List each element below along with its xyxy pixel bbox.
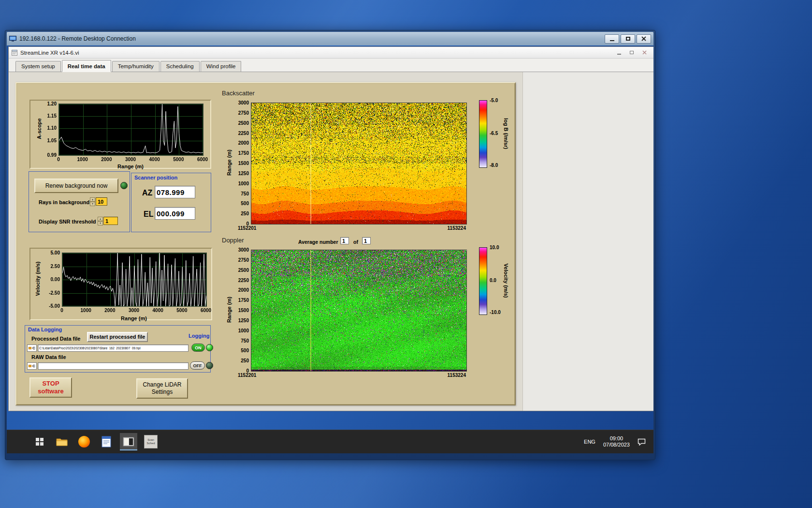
rays-in-background-label: Rays in background — [39, 199, 89, 205]
background-controls-group: Renew background now Rays in background … — [29, 171, 130, 232]
tick-label: 2750 — [229, 257, 249, 263]
file-explorer-button[interactable] — [53, 433, 71, 450]
tick-label: 2500 — [229, 268, 249, 273]
renew-background-button[interactable]: Renew background now — [34, 179, 118, 193]
tick-label: 2250 — [229, 131, 249, 136]
snr-spinner[interactable]: ▲▼ — [98, 217, 103, 225]
tick-label: 1750 — [229, 150, 249, 156]
start-button[interactable] — [31, 433, 48, 450]
labview-front-panel: A-scope Range (m) 1.201.151.101.050.9901… — [15, 82, 516, 405]
average-total-field[interactable] — [362, 237, 371, 244]
tick-label: 0 — [52, 308, 72, 313]
tab-scheduling[interactable]: Scheduling — [160, 61, 200, 72]
raw-file-path-field[interactable] — [38, 362, 188, 370]
backscatter-colorbar — [479, 100, 487, 168]
rdp-titlebar[interactable]: 192.168.0.122 - Remote Desktop Connectio… — [7, 32, 653, 45]
of-label: of — [353, 239, 358, 245]
tick-label: 1250 — [229, 171, 249, 176]
tick-label: 1.05 — [39, 138, 57, 143]
rays-spinner[interactable]: ▲▼ — [90, 197, 95, 206]
language-indicator[interactable]: ENG — [584, 439, 595, 445]
maximize-icon — [626, 37, 630, 41]
rays-in-background-field[interactable] — [96, 197, 107, 206]
text-editor-button[interactable] — [98, 433, 115, 450]
elevation-field[interactable] — [155, 207, 195, 220]
minimize-icon — [610, 40, 614, 41]
backscatter-title: Backscatter — [222, 90, 255, 97]
stop-software-button[interactable]: STOP software — [29, 377, 72, 398]
tick-label: 3000 — [121, 157, 140, 162]
app-close-button[interactable] — [638, 48, 651, 57]
change-lidar-settings-button[interactable]: Change LiDAR Settings — [136, 378, 188, 399]
tab-wind-profile[interactable]: Wind profile — [201, 61, 242, 72]
streamline-app-task-button[interactable] — [120, 433, 137, 450]
raw-data-file-label: RAW Data file — [31, 354, 66, 360]
processed-path-drive-selector[interactable]: C — [27, 344, 37, 352]
elevation-label: EL — [144, 210, 153, 219]
processed-file-path-field[interactable] — [38, 344, 188, 352]
azimuth-field[interactable] — [155, 186, 195, 198]
clock-date: 07/08/2023 — [603, 442, 630, 448]
backscatter-x-end-tick: 1153224 — [432, 225, 466, 231]
colorbar-tick: 0.0 — [490, 278, 496, 283]
folder-icon — [56, 437, 68, 447]
clock[interactable]: 09:00 07/08/2023 — [603, 435, 630, 448]
taskbar-tray: ENG 09:00 07/08/2023 — [584, 435, 653, 448]
snr-threshold-field[interactable] — [103, 217, 118, 225]
tick-label: 250 — [229, 358, 249, 363]
tick-label: 2000 — [229, 287, 249, 293]
doppler-colorbar — [479, 247, 487, 315]
colorbar-tick: -5.0 — [490, 98, 498, 103]
taskbar-icons: ScanSched — [7, 433, 584, 450]
restart-processed-file-button[interactable]: Restart processed file — [87, 332, 148, 342]
tab-real-time-data[interactable]: Real time data — [62, 60, 111, 72]
velocity-graph-group: Velocity (m/s) Range (m) 5.002.500.00-2.… — [29, 248, 212, 320]
raw-path-drive-selector[interactable]: C — [27, 362, 37, 370]
ascope-graph-group: A-scope Range (m) 1.201.151.101.050.9901… — [29, 100, 211, 169]
tick-label: 5.00 — [43, 250, 60, 255]
clock-time: 09:00 — [603, 435, 630, 442]
tick-label: 750 — [229, 338, 249, 344]
tick-label: 1.20 — [39, 101, 57, 106]
rdp-minimize-button[interactable] — [605, 34, 619, 44]
raw-logging-led — [206, 362, 213, 369]
velocity-x-axis-label: Range (m) — [105, 315, 163, 321]
close-icon — [641, 36, 646, 41]
colorbar-tick: -8.0 — [490, 163, 498, 168]
tick-label: 1500 — [229, 161, 249, 166]
raw-logging-toggle[interactable]: OFF — [190, 361, 205, 370]
firefox-button[interactable] — [75, 433, 93, 450]
app-minimize-button[interactable] — [613, 48, 625, 57]
rdp-close-button[interactable] — [637, 34, 651, 44]
app-titlebar[interactable]: StreamLine XR v14-6.vi — [9, 47, 653, 59]
colorbar-tick: -10.0 — [490, 310, 501, 315]
average-number-field[interactable] — [340, 237, 349, 244]
tick-label: 1.15 — [39, 113, 57, 119]
tab-system-setup[interactable]: System setup — [15, 61, 61, 72]
scan-scheduler-icon: ScanSched — [144, 435, 158, 448]
average-number-label: Average number — [298, 239, 338, 245]
tick-label: 2750 — [229, 110, 249, 116]
minimize-icon — [617, 54, 621, 55]
tick-label: 3000 — [229, 247, 249, 253]
app-restore-button[interactable] — [625, 48, 638, 57]
rdp-window: 192.168.0.122 - Remote Desktop Connectio… — [5, 30, 655, 460]
restore-icon — [630, 51, 634, 54]
tick-label: 250 — [229, 211, 249, 216]
tick-label: 6000 — [196, 308, 216, 313]
renew-background-led — [120, 182, 128, 189]
rdp-maximize-button[interactable] — [621, 34, 635, 44]
tick-label: 0 — [229, 368, 249, 374]
tick-label: 2500 — [229, 120, 249, 126]
tick-label: 4000 — [145, 157, 164, 162]
processed-logging-toggle[interactable]: ON — [191, 344, 205, 352]
stop-button-line1: STOP — [38, 380, 63, 388]
scan-scheduler-button[interactable]: ScanSched — [142, 433, 160, 450]
app-client-area: A-scope Range (m) 1.201.151.101.050.9901… — [9, 72, 653, 411]
ascope-x-axis-label: Range (m) — [102, 164, 160, 169]
azimuth-label: AZ — [142, 189, 152, 197]
processed-data-file-label: Processed Data file — [31, 336, 81, 342]
tab-temp-humidity[interactable]: Temp/humidity — [112, 61, 160, 72]
action-center-icon[interactable] — [638, 438, 646, 446]
tick-label: 6000 — [193, 157, 212, 162]
